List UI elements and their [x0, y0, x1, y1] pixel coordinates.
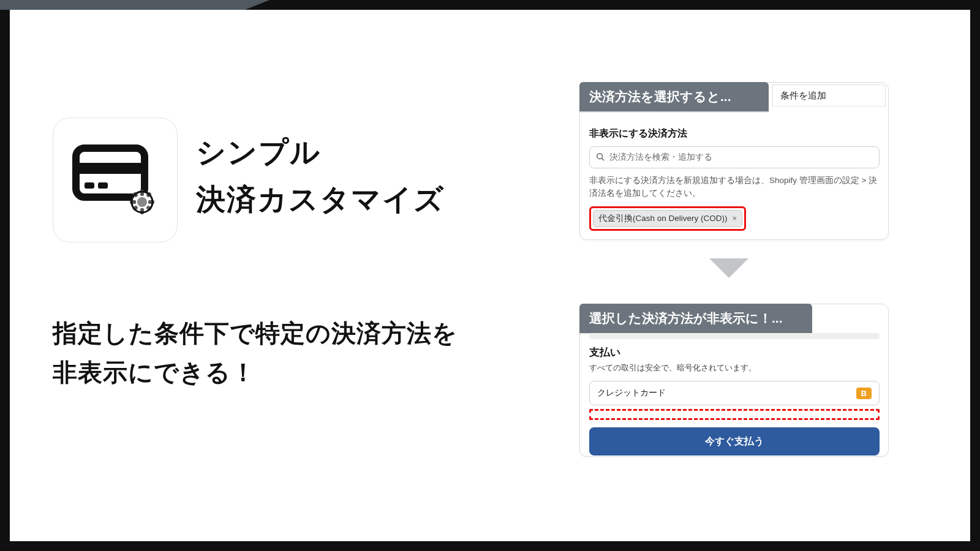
svg-point-15: [597, 153, 603, 159]
bogus-gateway-badge: B: [856, 388, 872, 399]
app-title: シンプル 決済カスタマイズ: [196, 129, 445, 223]
svg-point-5: [137, 197, 147, 207]
subhead-line1: 指定した条件下で特定の決済方法を: [53, 313, 458, 353]
down-arrow-icon: [709, 258, 748, 278]
selected-method-highlight: 代金引換(Cash on Delivery (COD)) ×: [589, 206, 746, 231]
app-icon-card: [53, 118, 178, 242]
hidden-method-placeholder: [589, 409, 880, 420]
payment-method-chip-label: 代金引換(Cash on Delivery (COD)): [598, 213, 728, 224]
panel1-body: 非表示にする決済方法 決済方法を検索・追加する 非表示にする決済方法を新規追加す…: [589, 127, 880, 231]
chip-remove-icon[interactable]: ×: [733, 214, 737, 223]
slide-subheading: 指定した条件下で特定の決済方法を 非表示にできる！: [53, 313, 458, 392]
frame-edge: [970, 0, 980, 288]
hide-methods-help-text: 非表示にする決済方法を新規追加する場合は、Shopify 管理画面の設定 > 決…: [589, 174, 880, 200]
checkout-security-note: すべての取引は安全で、暗号化されています。: [589, 363, 880, 373]
add-condition-tab[interactable]: 条件を追加: [772, 84, 886, 107]
subhead-line2: 非表示にできる！: [53, 353, 458, 392]
frame-edge: [0, 0, 245, 10]
hide-methods-label: 非表示にする決済方法: [589, 127, 880, 140]
pay-now-label: 今すぐ支払う: [705, 435, 764, 448]
frame-edge: [0, 541, 980, 551]
panel2-banner: 選択した決済方法が非表示に！...: [579, 304, 812, 333]
svg-line-16: [602, 158, 605, 160]
app-title-line2: 決済カスタマイズ: [196, 176, 445, 223]
payment-method-search-input[interactable]: 決済方法を検索・追加する: [589, 146, 880, 168]
frame-edge: [0, 257, 10, 551]
svg-rect-2: [85, 182, 94, 189]
search-placeholder: 決済方法を検索・追加する: [609, 152, 712, 163]
frame-edge: [245, 0, 270, 10]
payment-option-credit-card[interactable]: クレジットカード B: [589, 381, 880, 405]
slide-card: シンプル 決済カスタマイズ 指定した条件下で特定の決済方法を 非表示にできる！ …: [10, 10, 970, 541]
panel2-top-strip: [589, 333, 880, 339]
credit-card-gear-icon: [72, 142, 158, 218]
app-title-line1: シンプル: [196, 129, 445, 176]
svg-rect-1: [76, 163, 145, 174]
panel1-banner: 決済方法を選択すると...: [579, 82, 769, 111]
slide-stage: シンプル 決済カスタマイズ 指定した条件下で特定の決済方法を 非表示にできる！ …: [0, 0, 980, 551]
checkout-payment-heading: 支払い: [589, 345, 880, 359]
svg-rect-3: [98, 182, 108, 189]
payment-method-chip[interactable]: 代金引換(Cash on Delivery (COD)) ×: [593, 210, 742, 227]
panel2-body: 支払い すべての取引は安全で、暗号化されています。 クレジットカード B 今すぐ…: [589, 345, 880, 455]
payment-option-label: クレジットカード: [597, 388, 666, 399]
add-condition-tab-label: 条件を追加: [780, 90, 826, 102]
search-icon: [596, 152, 605, 163]
pay-now-button[interactable]: 今すぐ支払う: [589, 427, 880, 455]
